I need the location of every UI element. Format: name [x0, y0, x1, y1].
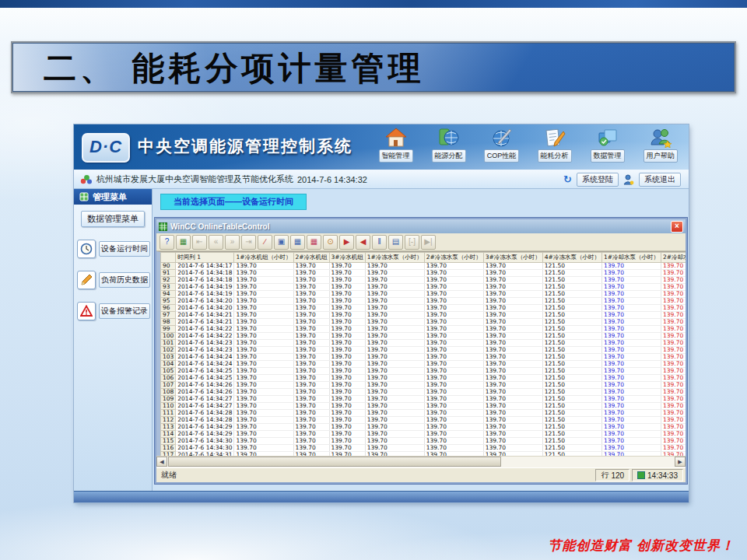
value-cell[interactable]: 121.50 — [542, 382, 601, 389]
time-cell[interactable]: 2014-7-6 14:34:25 — [176, 368, 234, 375]
value-cell[interactable]: 139.70 — [661, 424, 686, 431]
row-number[interactable]: 92 — [161, 277, 176, 284]
value-cell[interactable]: 139.70 — [661, 270, 686, 277]
value-cell[interactable]: 139.70 — [483, 284, 542, 291]
help-icon[interactable]: ? — [160, 235, 174, 250]
row-number[interactable]: 94 — [161, 291, 176, 298]
value-cell[interactable]: 121.50 — [542, 396, 601, 403]
time-cell[interactable]: 2014-7-6 14:34:21 — [176, 312, 234, 319]
table-row[interactable]: 1162014-7-6 14:34:30139.70139.70139.7013… — [161, 445, 686, 452]
value-cell[interactable]: 121.50 — [542, 333, 601, 340]
value-cell[interactable]: 139.70 — [424, 263, 483, 270]
export-icon[interactable]: ▶ — [339, 235, 354, 250]
value-cell[interactable]: 139.70 — [234, 396, 293, 403]
nav-item-energy-analysis[interactable]: 能耗分析 — [532, 128, 577, 163]
value-cell[interactable]: 121.50 — [542, 340, 601, 347]
value-cell[interactable]: 139.70 — [365, 445, 424, 452]
value-cell[interactable]: 139.70 — [365, 382, 424, 389]
time-cell[interactable]: 2014-7-6 14:34:21 — [176, 319, 234, 326]
value-cell[interactable]: 121.50 — [542, 375, 601, 382]
value-cell[interactable]: 139.70 — [293, 382, 329, 389]
value-cell[interactable]: 121.50 — [542, 417, 601, 424]
value-cell[interactable]: 139.70 — [483, 375, 542, 382]
value-cell[interactable]: 139.70 — [601, 361, 661, 368]
time-cell[interactable]: 2014-7-6 14:34:19 — [176, 291, 234, 298]
value-cell[interactable]: 139.70 — [601, 389, 661, 396]
time-cell[interactable]: 2014-7-6 14:34:30 — [176, 445, 234, 452]
value-cell[interactable]: 139.70 — [661, 396, 686, 403]
value-cell[interactable]: 121.50 — [542, 445, 601, 452]
column-header[interactable]: 3#冷冻水泵（小时） — [483, 253, 542, 263]
value-cell[interactable]: 139.70 — [329, 389, 365, 396]
time-cell[interactable]: 2014-7-6 14:34:18 — [176, 277, 234, 284]
value-cell[interactable]: 139.70 — [661, 340, 686, 347]
value-cell[interactable]: 139.70 — [293, 277, 329, 284]
value-cell[interactable]: 139.70 — [661, 431, 686, 438]
time-cell[interactable]: 2014-7-6 14:34:18 — [176, 270, 234, 277]
value-cell[interactable]: 139.70 — [365, 417, 424, 424]
sidebar-item-run-time[interactable]: 设备运行时间 — [77, 240, 152, 258]
value-cell[interactable]: 139.70 — [293, 396, 329, 403]
value-cell[interactable]: 139.70 — [483, 389, 542, 396]
value-cell[interactable]: 139.70 — [329, 410, 365, 417]
value-cell[interactable]: 139.70 — [234, 284, 293, 291]
time-cell[interactable]: 2014-7-6 14:34:30 — [176, 438, 234, 445]
row-number[interactable]: 93 — [161, 284, 176, 291]
value-cell[interactable]: 121.50 — [542, 410, 601, 417]
value-cell[interactable]: 139.70 — [424, 368, 483, 375]
value-cell[interactable]: 139.70 — [661, 368, 686, 375]
value-cell[interactable]: 139.70 — [601, 291, 661, 298]
value-cell[interactable]: 139.70 — [424, 361, 483, 368]
value-cell[interactable]: 139.70 — [365, 389, 424, 396]
value-cell[interactable]: 139.70 — [329, 396, 365, 403]
value-cell[interactable]: 139.70 — [424, 347, 483, 354]
value-cell[interactable]: 139.70 — [601, 284, 661, 291]
value-cell[interactable]: 139.70 — [483, 277, 542, 284]
value-cell[interactable]: 139.70 — [601, 347, 661, 354]
value-cell[interactable]: 139.70 — [329, 326, 365, 333]
value-cell[interactable]: 139.70 — [661, 375, 686, 382]
row-number[interactable]: 103 — [161, 354, 176, 361]
value-cell[interactable]: 139.70 — [329, 312, 365, 319]
value-cell[interactable]: 139.70 — [293, 319, 329, 326]
value-cell[interactable]: 139.70 — [424, 410, 483, 417]
value-cell[interactable]: 139.70 — [601, 319, 661, 326]
value-cell[interactable]: 139.70 — [365, 298, 424, 305]
value-cell[interactable]: 139.70 — [483, 333, 542, 340]
value-cell[interactable]: 139.70 — [329, 438, 365, 445]
value-cell[interactable]: 139.70 — [293, 333, 329, 340]
value-cell[interactable]: 139.70 — [293, 298, 329, 305]
column-header[interactable]: 2#冷水机组 — [293, 253, 329, 263]
value-cell[interactable]: 139.70 — [661, 438, 686, 445]
value-cell[interactable]: 121.50 — [542, 368, 601, 375]
value-cell[interactable]: 139.70 — [365, 396, 424, 403]
value-cell[interactable]: 139.70 — [329, 375, 365, 382]
value-cell[interactable]: 139.70 — [293, 305, 329, 312]
table-row[interactable]: 902014-7-6 14:34:17139.70139.70139.70139… — [161, 263, 686, 270]
time-cell[interactable]: 2014-7-6 14:34:28 — [176, 410, 234, 417]
value-cell[interactable]: 139.70 — [661, 389, 686, 396]
value-cell[interactable]: 139.70 — [424, 333, 483, 340]
value-cell[interactable]: 139.70 — [661, 403, 686, 410]
value-cell[interactable]: 121.50 — [542, 326, 601, 333]
value-cell[interactable]: 139.70 — [234, 270, 293, 277]
value-cell[interactable]: 139.70 — [601, 263, 661, 270]
value-cell[interactable]: 139.70 — [365, 368, 424, 375]
time-cell[interactable]: 2014-7-6 14:34:27 — [176, 396, 234, 403]
value-cell[interactable]: 139.70 — [601, 396, 661, 403]
value-cell[interactable]: 139.70 — [601, 312, 661, 319]
value-cell[interactable]: 139.70 — [483, 403, 542, 410]
table-row[interactable]: 1132014-7-6 14:34:29139.70139.70139.7013… — [161, 424, 686, 431]
table-row[interactable]: 1012014-7-6 14:34:23139.70139.70139.7013… — [161, 340, 686, 347]
value-cell[interactable]: 139.70 — [424, 277, 483, 284]
value-cell[interactable]: 139.70 — [365, 333, 424, 340]
value-cell[interactable]: 121.50 — [542, 424, 601, 431]
column-header[interactable]: 1#冷却水泵（小时） — [601, 253, 661, 263]
value-cell[interactable]: 139.70 — [329, 431, 365, 438]
value-cell[interactable]: 139.70 — [234, 312, 293, 319]
value-cell[interactable]: 139.70 — [234, 445, 293, 452]
table-row[interactable]: 922014-7-6 14:34:18139.70139.70139.70139… — [161, 277, 686, 284]
row-number[interactable]: 114 — [161, 431, 176, 438]
value-cell[interactable]: 139.70 — [424, 382, 483, 389]
value-cell[interactable]: 139.70 — [234, 382, 293, 389]
